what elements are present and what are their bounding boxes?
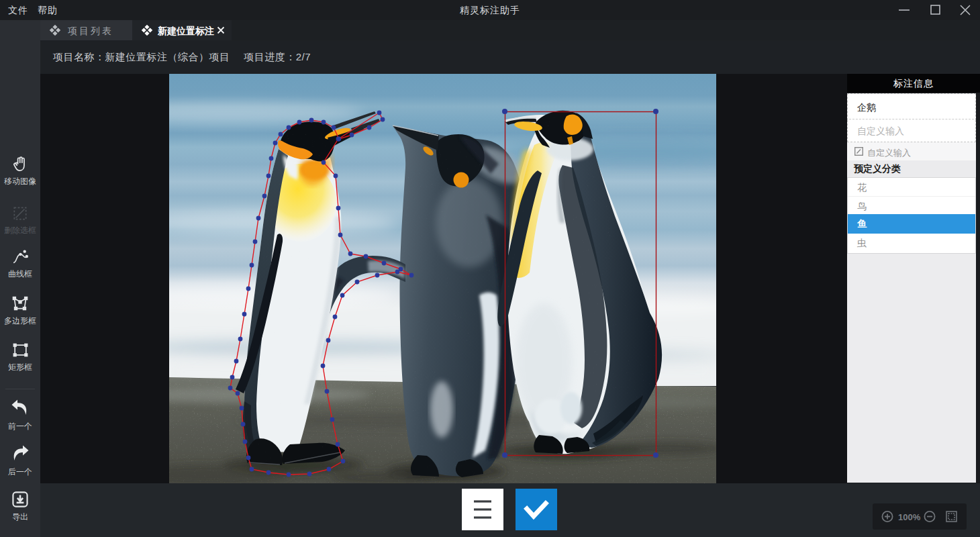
svg-text:100%: 100% — [898, 512, 921, 522]
